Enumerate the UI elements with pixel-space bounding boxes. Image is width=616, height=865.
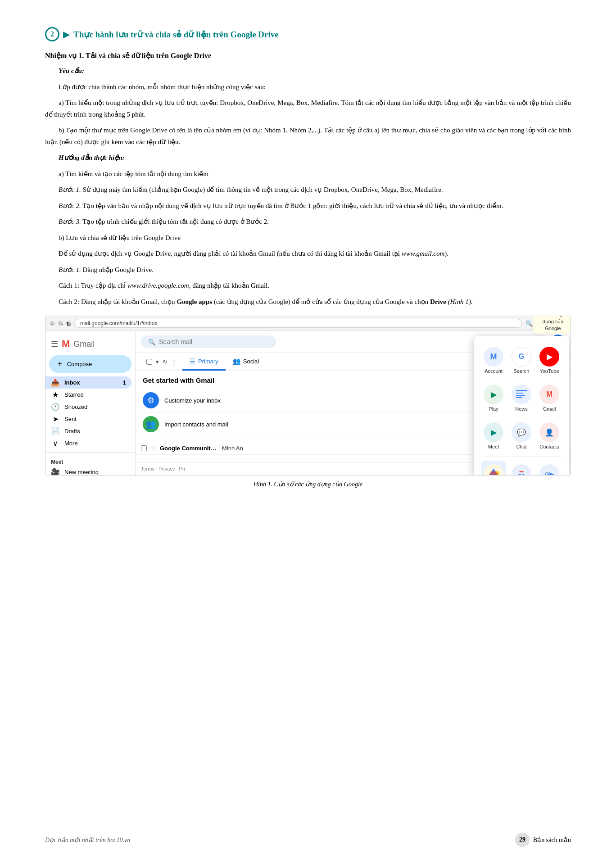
chat-label: Chat bbox=[516, 444, 526, 449]
hamburger-icon[interactable]: ☰ bbox=[51, 339, 58, 349]
app-item-search[interactable]: G Search bbox=[509, 343, 534, 377]
new-meeting-icon: 🎥 bbox=[51, 468, 60, 476]
calendar-icon: ▬ 31 bbox=[512, 464, 531, 476]
hd-a: a) Tìm kiếm và tạo các tệp tóm tắt nội d… bbox=[45, 168, 571, 180]
news-label: News bbox=[515, 406, 528, 412]
contacts-label: Contacts bbox=[539, 444, 559, 449]
page-footer: Đọc bản mới nhất trên hoc10.vn 29 Bản sá… bbox=[0, 833, 616, 847]
browser-forward-btn[interactable]: → bbox=[58, 321, 63, 326]
inbox-icon: 📥 bbox=[51, 378, 60, 387]
search-browser-icon[interactable]: 🔍 bbox=[525, 320, 533, 327]
email-list-toolbar: ▾ ↻ ⋮ bbox=[141, 353, 182, 371]
primary-tab-label: Primary bbox=[198, 358, 218, 365]
url-bar[interactable]: mail.google.com/mail/u/1/#inbox bbox=[74, 319, 522, 328]
apps-grid-2: △ Drive ▬ 31 C bbox=[481, 461, 562, 476]
inbox-badge: 1 bbox=[123, 380, 126, 386]
news-icon bbox=[512, 385, 531, 404]
app-item-gmail[interactable]: M Gmail bbox=[537, 381, 562, 415]
contacts-icon: 👤 bbox=[539, 422, 559, 442]
meet-icon: ▶ bbox=[484, 422, 503, 442]
sidebar-item-starred[interactable]: ★ Starred bbox=[45, 389, 131, 401]
tab-social[interactable]: 👥 Social bbox=[226, 353, 266, 371]
sidebar-item-inbox[interactable]: 📥 Inbox 1 bbox=[45, 376, 131, 389]
gmail-body: ☰ M Gmail + Compose 📥 Inbox 1 ★ bbox=[45, 331, 571, 475]
gmail-screenshot: ← → ↻ mail.google.com/mail/u/1/#inbox 🔍 … bbox=[45, 316, 571, 476]
gmail-m-icon: M bbox=[62, 338, 70, 350]
browser-back-btn[interactable]: ← bbox=[50, 321, 54, 326]
gmail-label: Gmail bbox=[543, 406, 556, 412]
search-icon: 🔍 bbox=[148, 339, 155, 345]
sent-label: Sent bbox=[64, 416, 77, 422]
compose-label: Compose bbox=[67, 361, 92, 367]
buoc1-para: Bước 1. Sử dụng máy tìm kiếm (chẳng hạn … bbox=[45, 184, 571, 196]
more-icon: ∨ bbox=[51, 439, 60, 448]
email-star-icon[interactable]: ☆ bbox=[150, 444, 156, 452]
refresh-icon[interactable]: ↻ bbox=[163, 358, 168, 365]
dropdown-icon[interactable]: ▾ bbox=[156, 358, 159, 365]
select-all-checkbox[interactable] bbox=[146, 359, 152, 365]
app-item-meet[interactable]: ▶ Meet bbox=[481, 419, 506, 453]
gmail-logo-row: ☰ M Gmail bbox=[45, 335, 135, 355]
app-item-drive[interactable]: △ Drive bbox=[481, 461, 506, 476]
cach2-para: Cách 2: Đăng nhập tài khoản Gmail, chọn … bbox=[45, 296, 571, 308]
drafts-icon: 📄 bbox=[51, 427, 60, 435]
svg-rect-2 bbox=[516, 395, 525, 396]
app-item-translate[interactable]: G▶ Translate bbox=[537, 461, 562, 476]
page-number: 29 bbox=[515, 833, 530, 847]
browser-refresh-btn[interactable]: ↻ bbox=[66, 321, 71, 326]
new-meeting-label: New meeting bbox=[64, 469, 99, 476]
svg-text:△: △ bbox=[489, 472, 494, 476]
sidebar-divider bbox=[45, 452, 135, 453]
app-item-account[interactable]: M Account bbox=[481, 343, 506, 377]
social-tab-icon: 👥 bbox=[233, 358, 240, 365]
primary-tab-icon: ☰ bbox=[190, 358, 195, 365]
tab-primary[interactable]: ☰ Primary bbox=[182, 353, 226, 371]
task-title: Nhiệm vụ 1. Tải và chia sẻ dữ liệu trên … bbox=[45, 50, 571, 62]
app-item-news[interactable]: News bbox=[509, 381, 534, 415]
import-icon: 👥 bbox=[143, 416, 159, 432]
sidebar-item-more[interactable]: ∨ More bbox=[45, 437, 131, 449]
gmail-search-bar[interactable]: 🔍 bbox=[141, 335, 276, 348]
compose-button[interactable]: + Compose bbox=[49, 355, 131, 373]
popup-divider bbox=[481, 457, 562, 457]
footer-left: Đọc bản mới nhất trên hoc10.vn bbox=[45, 836, 130, 844]
gdrive-para: Để sử dụng được dịch vụ Google Drive, ng… bbox=[45, 248, 571, 260]
apps-popup: M Account G Search ▶ YouTube bbox=[474, 336, 569, 476]
huong-dan-label: Hướng dẫn thực hiện: bbox=[59, 152, 571, 164]
figure-caption: Hình 1. Cửa sổ các ứng dụng của Google bbox=[45, 479, 571, 490]
starred-label: Starred bbox=[64, 391, 84, 398]
para1: Lớp được chia thành các nhóm, mỗi nhóm t… bbox=[45, 82, 571, 93]
para2a: a) Tìm hiểu một trong những dịch vụ lưu … bbox=[45, 97, 571, 120]
section-header: 2 ▶ Thực hành lưu trữ và chia sẻ dữ liệu… bbox=[45, 27, 571, 41]
cach1-para: Cách 1: Truy cập địa chỉ www.drive.googl… bbox=[45, 280, 571, 292]
sent-icon: ➤ bbox=[51, 415, 60, 423]
sidebar-item-snoozed[interactable]: 🕐 Snoozed bbox=[45, 401, 131, 413]
sidebar-item-new-meeting[interactable]: 🎥 New meeting bbox=[45, 466, 131, 476]
hd-b: b) Lưu và chia sẻ dữ liệu trên Google Dr… bbox=[45, 232, 571, 244]
more-options-icon[interactable]: ⋮ bbox=[171, 358, 177, 365]
compose-plus-icon: + bbox=[57, 359, 63, 369]
snoozed-icon: 🕐 bbox=[51, 403, 60, 411]
search-label: Search bbox=[514, 368, 530, 374]
buoc1b-para: Bước 1. Đăng nhập Google Drive. bbox=[45, 264, 571, 276]
app-item-chat[interactable]: 💬 Chat bbox=[509, 419, 534, 453]
search-input[interactable] bbox=[159, 338, 240, 345]
arrow-icon: ▶ bbox=[63, 29, 70, 40]
sidebar-item-sent[interactable]: ➤ Sent bbox=[45, 413, 131, 425]
yeu-cau-label: Yêu cầu: bbox=[59, 65, 571, 77]
meet-section-label: Meet bbox=[45, 455, 135, 466]
starred-icon: ★ bbox=[51, 390, 60, 399]
app-item-youtube[interactable]: ▶ YouTube bbox=[537, 343, 562, 377]
sidebar-item-drafts[interactable]: 📄 Drafts bbox=[45, 425, 131, 437]
email-checkbox[interactable] bbox=[141, 445, 147, 451]
play-label: Play bbox=[489, 406, 498, 412]
footer-right: 29 Bản sách mẫu bbox=[515, 833, 571, 847]
page: VTV 2 ▶ Thực hành lưu trữ và chia sẻ dữ … bbox=[0, 0, 616, 865]
translate-icon: G▶ bbox=[539, 464, 559, 476]
meet-label: Meet bbox=[488, 444, 499, 449]
app-item-contacts[interactable]: 👤 Contacts bbox=[537, 419, 562, 453]
app-item-play[interactable]: ▶ Play bbox=[481, 381, 506, 415]
svg-rect-0 bbox=[516, 390, 527, 391]
snoozed-label: Snoozed bbox=[64, 403, 87, 410]
app-item-calendar[interactable]: ▬ 31 Calendar bbox=[509, 461, 534, 476]
